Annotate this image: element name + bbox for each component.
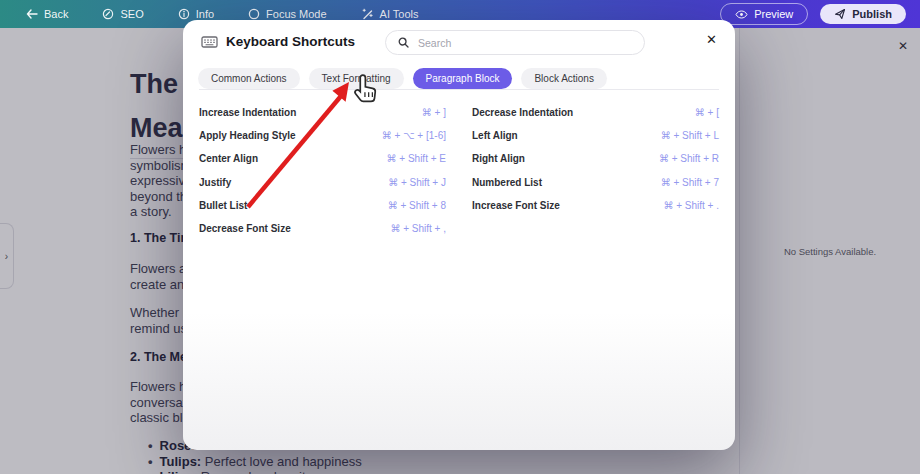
search-input[interactable] [416,36,632,50]
search-box[interactable] [385,30,645,55]
publish-label: Publish [852,8,892,20]
focus-mode-button[interactable]: Focus Mode [248,8,327,20]
ai-tools-label: AI Tools [380,8,419,20]
eye-icon [735,10,748,19]
shortcuts-column-right: Decrease Indentation ⌘ + [ Left Align ⌘ … [472,101,719,240]
search-icon [398,37,409,48]
back-label: Back [44,8,68,20]
send-icon [834,8,846,20]
shortcut-row: Apply Heading Style ⌘ + ⌥ + [1-6] [199,124,446,147]
shortcut-row: Justify ⌘ + Shift + J [199,171,446,194]
modal-header: Keyboard Shortcuts ✕ [183,20,735,64]
shortcut-row: Increase Indentation ⌘ + ] [199,101,446,124]
shortcut-row: Left Align ⌘ + Shift + L [472,124,719,147]
info-label: Info [196,8,214,20]
back-button[interactable]: Back [26,8,68,20]
tab-block-actions[interactable]: Block Actions [521,68,606,89]
shortcut-row: Increase Font Size ⌘ + Shift + . [472,194,719,217]
tab-paragraph-block[interactable]: Paragraph Block [413,68,513,89]
info-button[interactable]: Info [178,8,214,20]
seo-button[interactable]: SEO [102,8,143,20]
shortcut-row: Center Align ⌘ + Shift + E [199,147,446,170]
focus-mode-label: Focus Mode [266,8,327,20]
tab-text-formatting[interactable]: Text Formatting [309,68,404,89]
shortcut-row: Decrease Font Size ⌘ + Shift + , [199,217,446,240]
shortcut-row: Numbered List ⌘ + Shift + 7 [472,171,719,194]
focus-mode-icon [248,8,260,20]
preview-label: Preview [754,8,793,20]
modal-close-icon[interactable]: ✕ [706,33,717,46]
tab-common-actions[interactable]: Common Actions [198,68,300,89]
ai-tools-button[interactable]: AI Tools [361,8,419,20]
back-arrow-icon [26,9,38,19]
tabs-divider [199,89,719,90]
shortcut-tabs: Common Actions Text Formatting Paragraph… [198,68,607,89]
shortcuts-column-left: Increase Indentation ⌘ + ] Apply Heading… [199,101,446,240]
shortcut-row: Decrease Indentation ⌘ + [ [472,101,719,124]
publish-button[interactable]: Publish [820,4,906,24]
info-icon [178,8,190,20]
shortcut-row: Bullet List ⌘ + Shift + 8 [199,194,446,217]
modal-title: Keyboard Shortcuts [226,34,355,49]
ai-tools-wand-icon [361,8,374,20]
keyboard-icon [201,36,218,48]
seo-icon [102,8,114,20]
shortcuts-list: Increase Indentation ⌘ + ] Apply Heading… [199,101,719,240]
seo-label: SEO [120,8,143,20]
keyboard-shortcuts-modal: Keyboard Shortcuts ✕ Common Actions Text… [183,20,735,450]
shortcut-row: Right Align ⌘ + Shift + R [472,147,719,170]
